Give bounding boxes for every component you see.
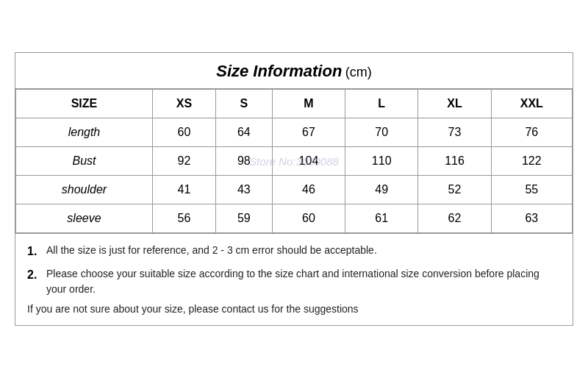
cell-value: 110 <box>345 147 418 176</box>
cell-value: 104 <box>272 147 345 176</box>
table-title-main: Size Information <box>216 62 342 80</box>
row-label: length <box>16 118 153 147</box>
column-header: S <box>215 90 272 118</box>
table-row: shoulder414346495255 <box>16 176 573 204</box>
table-wrapper: SIZEXSSMLXLXXL length606467707376Bust929… <box>15 89 573 233</box>
cell-value: 122 <box>491 147 572 176</box>
table-title-unit: (cm) <box>345 65 372 79</box>
cell-value: 76 <box>491 118 572 147</box>
cell-value: 55 <box>491 176 572 204</box>
extra-note: If you are not sure about your size, ple… <box>27 303 561 315</box>
row-label: shoulder <box>16 176 153 204</box>
size-info-container: Size Information (cm) SIZEXSSMLXLXXL len… <box>15 52 573 326</box>
cell-value: 98 <box>215 147 272 176</box>
note-number: 1. <box>27 243 43 260</box>
table-header-row: SIZEXSSMLXLXXL <box>16 90 573 118</box>
column-header: XXL <box>491 90 572 118</box>
cell-value: 56 <box>152 204 215 233</box>
size-table: SIZEXSSMLXLXXL length606467707376Bust929… <box>15 89 573 233</box>
row-label: Bust <box>16 147 153 176</box>
cell-value: 116 <box>418 147 491 176</box>
cell-value: 63 <box>491 204 572 233</box>
note-item: 1.All the size is just for reference, an… <box>27 243 561 260</box>
column-header: XS <box>152 90 215 118</box>
title-row: Size Information (cm) <box>15 53 573 89</box>
note-item: 2.Please choose your suitable size accor… <box>27 266 561 297</box>
cell-value: 60 <box>152 118 215 147</box>
cell-value: 61 <box>345 204 418 233</box>
note-text: All the size is just for reference, and … <box>46 243 377 258</box>
cell-value: 41 <box>152 176 215 204</box>
cell-value: 43 <box>215 176 272 204</box>
cell-value: 92 <box>152 147 215 176</box>
cell-value: 59 <box>215 204 272 233</box>
table-row: sleeve565960616263 <box>16 204 573 233</box>
cell-value: 46 <box>272 176 345 204</box>
cell-value: 62 <box>418 204 491 233</box>
column-header: L <box>345 90 418 118</box>
table-row: Bust9298104110116122 <box>16 147 573 176</box>
cell-value: 64 <box>215 118 272 147</box>
table-row: length606467707376 <box>16 118 573 147</box>
note-text: Please choose your suitable size accordi… <box>46 266 561 297</box>
column-header: XL <box>418 90 491 118</box>
cell-value: 73 <box>418 118 491 147</box>
cell-value: 60 <box>272 204 345 233</box>
column-header: SIZE <box>16 90 153 118</box>
notes-section: 1.All the size is just for reference, an… <box>15 233 573 325</box>
cell-value: 67 <box>272 118 345 147</box>
cell-value: 70 <box>345 118 418 147</box>
cell-value: 49 <box>345 176 418 204</box>
cell-value: 52 <box>418 176 491 204</box>
row-label: sleeve <box>16 204 153 233</box>
note-number: 2. <box>27 266 43 284</box>
column-header: M <box>272 90 345 118</box>
